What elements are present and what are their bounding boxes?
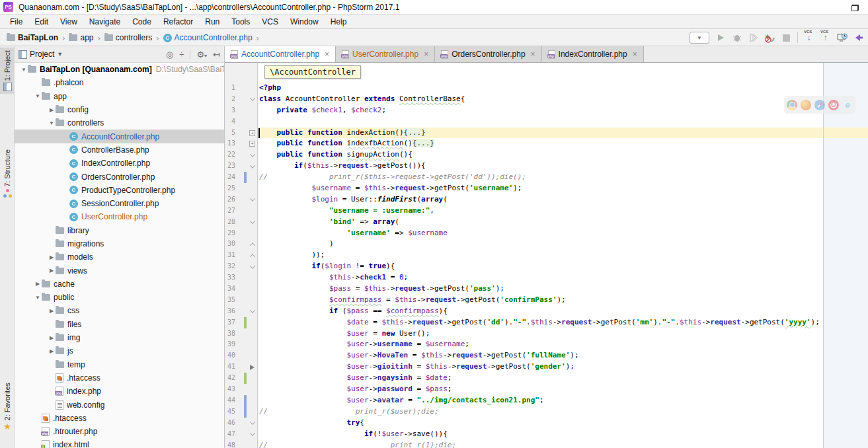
tree-row-orderscontroller-php[interactable]: COrdersController.php <box>15 170 224 183</box>
code-line-31[interactable]: 31 )); <box>225 250 868 261</box>
tree-row-files[interactable]: files <box>15 318 224 331</box>
tree-row--htaccess[interactable]: .htaccess <box>15 412 224 425</box>
tree-collapse-icon[interactable]: ▼ <box>34 295 42 301</box>
toolwindow-tab-favorites[interactable]: 2: Favorites ★ <box>0 380 15 433</box>
close-tab-icon[interactable]: × <box>424 50 428 59</box>
menu-item-refactor[interactable]: Refactor <box>157 16 199 28</box>
tree-row-index-php[interactable]: phpindex.php <box>15 385 224 398</box>
tree-row-migrations[interactable]: migrations <box>15 237 224 250</box>
editor-body[interactable]: \AccountController O e 1<?php2class Acco… <box>225 63 868 448</box>
code-line-41[interactable]: 41 $user->gioitinh = $this->request->get… <box>225 361 868 373</box>
stop-icon[interactable] <box>781 32 792 44</box>
fold-region-icon[interactable] <box>249 263 256 270</box>
code-line-44[interactable]: 44 $user->avatar = "../img/contacts_icon… <box>225 395 868 406</box>
menu-item-file[interactable]: File <box>4 16 28 28</box>
tree-row--htaccess[interactable]: .htaccess <box>15 371 224 385</box>
code-line-47[interactable]: 47 if(!$user->save()){ <box>225 429 868 440</box>
code-line-29[interactable]: 29 'username' => $username <box>225 228 868 239</box>
fold-region-icon[interactable] <box>249 241 256 248</box>
gear-icon[interactable]: ⚙▾ <box>196 50 207 59</box>
code-line-13[interactable]: 13+ public function indexfbAction(){...} <box>225 138 868 149</box>
editor-tab-indexcontroller-php[interactable]: IndexController.php× <box>542 46 644 62</box>
fold-region-icon[interactable] <box>249 151 256 159</box>
code-line-24[interactable]: 24// print_r($this->request->getPost('dd… <box>225 172 868 183</box>
code-line-35[interactable]: 35 $confirmpass = $this->request->getPos… <box>225 295 868 306</box>
revert-icon[interactable] <box>853 32 864 44</box>
editor-tab-usercontroller-php[interactable]: UserController.php× <box>336 46 435 62</box>
menu-item-code[interactable]: Code <box>126 16 157 28</box>
tree-collapse-icon[interactable]: ▼ <box>48 120 56 126</box>
breadcrumb-item-app[interactable]: app <box>67 32 95 43</box>
fold-region-icon[interactable] <box>249 252 256 259</box>
tree-expand-icon[interactable]: ▶ <box>48 308 56 314</box>
internet-explorer-icon[interactable]: e <box>842 100 853 110</box>
phpdebug-listen-icon[interactable]: ✱ <box>764 32 775 44</box>
toolwindow-tab-project[interactable]: 1: Project <box>0 48 15 94</box>
fold-region-icon[interactable] <box>249 196 256 204</box>
vcs-update-icon[interactable]: VCS↓ <box>803 32 814 44</box>
tree-expand-icon[interactable]: ▶ <box>48 254 56 260</box>
fold-expand-icon[interactable]: + <box>249 140 256 147</box>
code-line-38[interactable]: 38 $user = new User(); <box>225 328 868 340</box>
firefox-icon[interactable] <box>801 100 811 110</box>
tree-row-models[interactable]: ▶models <box>15 250 224 264</box>
code-line-42[interactable]: 42 $user->ngaysinh = $date; <box>225 373 868 384</box>
tree-expand-icon[interactable]: ▶ <box>48 348 56 354</box>
run-configurations-dropdown[interactable]: ▼ <box>690 32 709 44</box>
code-line-30[interactable]: 30 ) <box>225 239 868 250</box>
tree-row--phalcon[interactable]: .phalcon <box>15 76 224 89</box>
tree-row-cache[interactable]: ▶cache <box>15 278 224 291</box>
code-line-37[interactable]: 37 $date = $this->request->getPost('dd')… <box>225 317 868 328</box>
fold-region-icon[interactable] <box>249 163 256 170</box>
tree-row-js[interactable]: ▶js <box>15 344 224 357</box>
breadcrumb-item-accountcontroller-php[interactable]: CAccountController.php <box>162 32 254 43</box>
menu-item-view[interactable]: View <box>54 16 83 28</box>
menu-item-window[interactable]: Window <box>284 16 325 28</box>
code-line-32[interactable]: 32 if($login != true){ <box>225 261 868 272</box>
code-line-5[interactable]: 5+ public function indexAction(){...} <box>225 128 868 139</box>
code-line-28[interactable]: 28 'bind' => array( <box>225 217 868 228</box>
collapse-all-icon[interactable]: ÷ <box>179 50 184 59</box>
menu-item-vcs[interactable]: VCS <box>256 16 284 28</box>
fold-region-icon[interactable] <box>249 308 256 315</box>
vcs-commit-icon[interactable]: VCS↑ <box>820 32 831 44</box>
tree-row-public[interactable]: ▼public <box>15 291 224 304</box>
tree-row-indexcontroller-php[interactable]: CIndexController.php <box>15 157 224 170</box>
breadcrumb-item-controllers[interactable]: controllers <box>103 32 153 43</box>
fold-region-icon[interactable] <box>249 431 256 438</box>
tree-row-accountcontroller-php[interactable]: CAccountController.php <box>15 130 224 143</box>
tree-row--htrouter-php[interactable]: php.htrouter.php <box>15 425 224 438</box>
editor-tab-orderscontroller-php[interactable]: OrdersController.php× <box>435 46 541 62</box>
debug-bug-icon[interactable] <box>731 32 742 44</box>
tree-row-library[interactable]: library <box>15 224 224 237</box>
code-line-2[interactable]: 2class AccountController extends Control… <box>225 94 868 105</box>
code-line-26[interactable]: 26 $login = User::findFirst(array( <box>225 194 868 205</box>
toolwindow-tab-structure[interactable]: 7: Structure <box>0 147 15 200</box>
safari-icon[interactable] <box>814 100 825 110</box>
run-icon[interactable] <box>715 32 726 44</box>
tree-row-app[interactable]: ▼app <box>15 90 224 103</box>
tree-row-web-config[interactable]: web.config <box>15 398 224 411</box>
fold-region-icon[interactable] <box>249 420 256 427</box>
restore-window-icon[interactable] <box>851 5 859 11</box>
tree-row-controllers[interactable]: ▼controllers <box>15 116 224 130</box>
code-line-39[interactable]: 39 $user->username = $username; <box>225 339 868 350</box>
code-lines[interactable]: 1<?php2class AccountController extends C… <box>225 83 868 448</box>
hide-panel-icon[interactable]: ↤ <box>213 50 220 59</box>
code-line-34[interactable]: 34 $pass = $this->request->getPost('pass… <box>225 283 868 295</box>
breadcrumb-item-baitaplon[interactable]: BaiTapLon <box>5 32 59 43</box>
code-line-48[interactable]: 48// print_r(1);die; <box>225 440 868 448</box>
tree-row-usercontroller-php[interactable]: CUserController.php <box>15 210 224 223</box>
tree-row-img[interactable]: ▶img <box>15 331 224 344</box>
editor-tab-accountcontroller-php[interactable]: AccountController.php× <box>225 46 336 62</box>
fold-region-icon[interactable] <box>249 96 256 103</box>
code-line-22[interactable]: 22 public function signupAction(){ <box>225 149 868 161</box>
close-tab-icon[interactable]: × <box>325 50 329 59</box>
code-line-45[interactable]: 45// print_r($user);die; <box>225 406 868 418</box>
code-line-46[interactable]: 46 try{ <box>225 418 868 429</box>
tree-expand-icon[interactable]: ▶ <box>34 281 42 287</box>
tree-row-views[interactable]: ▶views <box>15 264 224 277</box>
code-line-23[interactable]: 23 if($this->request->getPost()){ <box>225 161 868 172</box>
tree-row-producttypecontroller-php[interactable]: CProductTypeController.php <box>15 184 224 197</box>
tree-row-index-html[interactable]: Hindex.html <box>15 438 224 448</box>
